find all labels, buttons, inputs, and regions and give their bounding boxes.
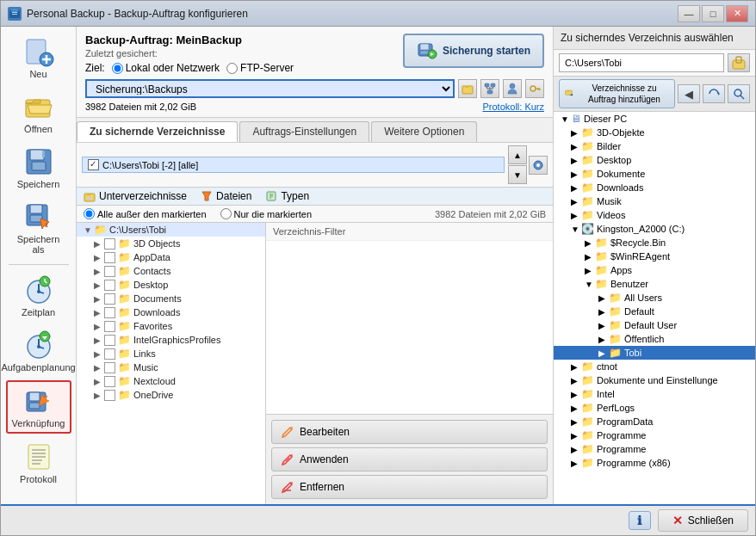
tree-item-links[interactable]: ▶ 📁 Links xyxy=(77,347,265,360)
tab-settings[interactable]: Auftrags-Einstellungen xyxy=(239,121,369,142)
cb-3dobjects[interactable] xyxy=(104,238,115,250)
rtree-intel[interactable]: ▶ 📁 Intel xyxy=(554,387,755,401)
rtree-perflogs[interactable]: ▶ 📁 PerfLogs xyxy=(554,401,755,415)
tree-item-desktop[interactable]: ▶ 📁 Desktop xyxy=(77,278,265,292)
rtree-musik[interactable]: ▶ 📁 Musik xyxy=(554,194,755,208)
cb-onedrive[interactable] xyxy=(104,390,115,401)
rtree-programdata[interactable]: ▶ 📁 ProgramData xyxy=(554,415,755,428)
rtree-benutzer[interactable]: ▼ 📁 Benutzer xyxy=(554,277,755,291)
rtree-default[interactable]: ▶ 📁 Default xyxy=(554,305,755,318)
cb-nextcloud[interactable] xyxy=(104,376,115,387)
rtree-oeffentlich[interactable]: ▶ 📁 Öffentlich xyxy=(554,332,755,346)
tree-item-music[interactable]: ▶ 📁 Music xyxy=(77,360,265,374)
tree-root[interactable]: ▼ 📁 C:\Users\Tobi xyxy=(77,223,265,237)
radio-marked-only[interactable] xyxy=(220,208,232,219)
rtree-3dobjekte[interactable]: ▶ 📁 3D-Objekte xyxy=(554,126,755,139)
rtree-videos[interactable]: ▶ 📁 Videos xyxy=(554,208,755,222)
rtree-ctnot[interactable]: ▶ 📁 ctnot xyxy=(554,360,755,373)
sidebar-item-verknuepfung[interactable]: Verknüpfung xyxy=(6,380,71,434)
rtree-dieser-pc[interactable]: ▼ 🖥 Dieser PC xyxy=(554,112,755,126)
close-dialog-button[interactable]: ✕ Schließen xyxy=(658,509,748,532)
bearbeiten-button[interactable]: Bearbeiten xyxy=(271,420,548,444)
tree-item-contacts[interactable]: ▶ 📁 Contacts xyxy=(77,264,265,278)
rtree-defaultuser[interactable]: ▶ 📁 Default User xyxy=(554,318,755,332)
cb-favorites[interactable] xyxy=(104,321,115,332)
unterverzeichnisse-btn[interactable]: Unterverzeichnisse xyxy=(84,190,187,202)
radio-all-label[interactable]: Alle außer den markierten xyxy=(84,208,207,219)
sidebar-item-aufgabenplanung[interactable]: Aufgabenplanung xyxy=(6,325,71,377)
checked-dir-label: C:\Users\Tobi [-2] [alle] xyxy=(102,160,198,170)
path-person-button[interactable] xyxy=(503,79,522,98)
rtree-programme-x86[interactable]: ▶ 📁 Programme (x86) xyxy=(554,456,755,470)
minimize-button[interactable]: — xyxy=(678,5,700,22)
entfernen-button[interactable]: Entfernen xyxy=(271,475,548,499)
rtree-kingston[interactable]: ▼ 💽 Kingston_A2000 (C:) xyxy=(554,222,755,236)
rtree-downloads[interactable]: ▶ 📁 Downloads xyxy=(554,181,755,194)
sidebar-item-neu[interactable]: Neu xyxy=(6,32,71,83)
nav-search-button[interactable] xyxy=(728,84,750,103)
right-key-button[interactable] xyxy=(728,53,750,72)
rtree-dokumente[interactable]: ▶ 📁 Dokumente xyxy=(554,167,755,181)
right-path-input[interactable] xyxy=(559,53,724,72)
rtree-apps[interactable]: ▶ 📁 Apps xyxy=(554,263,755,277)
cb-intelgraphics[interactable] xyxy=(104,335,115,346)
root-toggle[interactable]: ▼ xyxy=(84,225,94,235)
rtree-recyclebin[interactable]: ▶ 📁 $Recycle.Bin xyxy=(554,236,755,250)
tree-item-favorites[interactable]: ▶ 📁 Favorites xyxy=(77,319,265,333)
dateien-btn[interactable]: Dateien xyxy=(201,190,251,202)
cb-desktop[interactable] xyxy=(104,280,115,291)
anwenden-button[interactable]: Anwenden xyxy=(271,447,548,471)
cb-downloads[interactable] xyxy=(104,307,115,318)
sidebar-item-speichern[interactable]: Speichern xyxy=(6,142,71,194)
nav-refresh-button[interactable] xyxy=(703,84,725,103)
sidebar-item-zeitplan[interactable]: Zeitplan xyxy=(6,270,71,322)
tree-item-onedrive[interactable]: ▶ 📁 OneDrive xyxy=(77,388,265,402)
move-down-button[interactable]: ▼ xyxy=(508,165,527,184)
typen-btn[interactable]: Typen xyxy=(265,190,309,202)
protocol-link[interactable]: Protokoll: Kurz xyxy=(482,102,544,112)
rtree-programme2[interactable]: ▶ 📁 Programme xyxy=(554,442,755,456)
tab-options[interactable]: Weitere Optionen xyxy=(371,121,477,142)
rtree-programme1[interactable]: ▶ 📁 Programme xyxy=(554,428,755,442)
rtree-dokumente-einstellunge[interactable]: ▶ 📁 Dokumente und Einstellunge xyxy=(554,373,755,387)
settings-row-button[interactable] xyxy=(529,156,548,175)
radio-ftp-label[interactable]: FTP-Server xyxy=(226,62,294,74)
tree-item-documents[interactable]: ▶ 📁 Documents xyxy=(77,292,265,305)
cb-appdata[interactable] xyxy=(104,252,115,263)
radio-ftp[interactable] xyxy=(226,63,238,74)
tree-item-appdata[interactable]: ▶ 📁 AppData xyxy=(77,250,265,264)
cb-contacts[interactable] xyxy=(104,266,115,277)
move-up-button[interactable]: ▲ xyxy=(508,145,527,164)
info-button[interactable]: ℹ xyxy=(629,511,651,530)
path-folder-button[interactable] xyxy=(458,79,477,98)
sidebar-item-speichern-als[interactable]: Speichern als xyxy=(6,197,71,259)
rtree-tobi[interactable]: ▶ 📁 Tobi xyxy=(554,346,755,360)
sidebar-item-protokoll[interactable]: Protokoll xyxy=(6,437,71,489)
close-window-button[interactable]: ✕ xyxy=(726,5,748,22)
tree-item-downloads[interactable]: ▶ 📁 Downloads xyxy=(77,305,265,319)
rtree-desktop[interactable]: ▶ 📁 Desktop xyxy=(554,153,755,167)
cb-links[interactable] xyxy=(104,348,115,360)
tree-item-3dobjects[interactable]: ▶ 📁 3D Objects xyxy=(77,237,265,250)
radio-all-except[interactable] xyxy=(84,208,95,219)
maximize-button[interactable]: □ xyxy=(702,5,724,22)
rtree-allusers[interactable]: ▶ 📁 All Users xyxy=(554,291,755,305)
path-select[interactable]: Sicherung:\Backups xyxy=(85,79,455,98)
tab-directories[interactable]: Zu sichernde Verzeichnisse xyxy=(77,121,238,142)
nav-back-button[interactable]: ◀ xyxy=(678,84,700,103)
radio-marked-label[interactable]: Nur die markierten xyxy=(220,208,312,219)
radio-local-label[interactable]: Lokal oder Netzwerk xyxy=(112,62,220,74)
radio-local[interactable] xyxy=(112,63,123,74)
path-key-button[interactable] xyxy=(525,79,544,98)
cb-music[interactable] xyxy=(104,362,115,373)
tree-item-intelgraphics[interactable]: ▶ 📁 IntelGraphicsProfiles xyxy=(77,333,265,347)
path-network-button[interactable] xyxy=(480,79,499,98)
dir-checkbox[interactable]: ✓ xyxy=(88,159,99,170)
start-backup-button[interactable]: Sicherung starten xyxy=(403,34,544,68)
cb-documents[interactable] xyxy=(104,293,115,305)
tree-item-nextcloud[interactable]: ▶ 📁 Nextcloud xyxy=(77,374,265,388)
rtree-bilder[interactable]: ▶ 📁 Bilder xyxy=(554,139,755,153)
rtree-winreagent[interactable]: ▶ 📁 $WinREAgent xyxy=(554,250,755,263)
sidebar-item-oeffnen[interactable]: Öffnen xyxy=(6,87,71,139)
add-to-task-button[interactable]: Verzeichnisse zu Auftrag hinzufügen xyxy=(559,79,675,108)
